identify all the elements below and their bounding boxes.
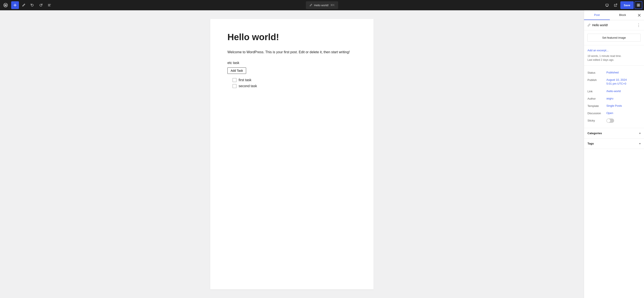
toggle-knob	[607, 119, 610, 122]
svg-text:W: W	[4, 4, 7, 7]
post-meta-section: Status Published Publish August 10, 2024…	[584, 65, 644, 128]
topbar: W Hello world! ⌘K Save	[0, 0, 644, 10]
svg-rect-6	[639, 5, 640, 6]
save-button[interactable]: Save	[620, 1, 634, 9]
tags-section: Tags ▾	[584, 138, 644, 149]
tags-arrow-icon: ▾	[639, 142, 640, 145]
task-item-2: second task	[232, 84, 356, 88]
sticky-label: Sticky	[588, 118, 605, 122]
tab-post[interactable]: Post	[584, 10, 610, 20]
edit-tool-button[interactable]	[20, 1, 28, 9]
word-count-text: 19 words, 1 minute read time. Last edite…	[588, 54, 640, 62]
svg-rect-5	[637, 5, 638, 6]
sidebar-header-title: Hello world!	[592, 23, 635, 27]
add-task-button[interactable]: Add Task	[228, 67, 246, 74]
link-row: Link /hello-world	[588, 88, 640, 95]
sticky-toggle[interactable]	[606, 118, 614, 123]
sticky-toggle-container	[606, 118, 614, 123]
add-excerpt-link[interactable]: Add an excerpt...	[588, 49, 640, 52]
categories-arrow-icon: ▾	[639, 132, 640, 135]
task-label-2: second task	[238, 84, 257, 88]
link-value[interactable]: /hello-world	[606, 89, 640, 93]
add-block-button[interactable]	[11, 1, 19, 9]
tags-title: Tags	[588, 142, 594, 145]
status-label: Status	[588, 71, 605, 74]
task-label-1: first task	[238, 78, 252, 82]
template-value[interactable]: Single Posts	[606, 104, 640, 108]
set-featured-image-button[interactable]: Set featured image	[588, 34, 640, 42]
topbar-center: Hello world! ⌘K	[306, 1, 338, 9]
publish-value[interactable]: August 10, 2024 5:01 pm UTC+0	[606, 78, 640, 86]
topbar-shortcut: ⌘K	[330, 4, 335, 7]
categories-title: Categories	[588, 132, 602, 135]
featured-image-section: Set featured image	[584, 30, 644, 45]
sidebar: Post Block Hello world! ⋮ Set featured i…	[584, 10, 644, 298]
document-overview-button[interactable]	[46, 1, 53, 9]
undo-button[interactable]	[28, 1, 36, 9]
sticky-row: Sticky	[588, 117, 640, 125]
author-label: Author	[588, 97, 605, 100]
sidebar-pen-icon	[588, 24, 590, 27]
word-count-line1: 19 words, 1 minute read time.	[588, 54, 622, 57]
last-edited: Last edited 2 days ago.	[588, 58, 614, 61]
svg-rect-3	[637, 4, 638, 5]
link-label: Link	[588, 89, 605, 93]
preview-button[interactable]	[603, 1, 611, 9]
discussion-value[interactable]: Open	[606, 111, 640, 115]
template-label: Template	[588, 104, 605, 108]
author-value[interactable]: asgru	[606, 97, 640, 100]
editor-area: Hello world! Welcome to WordPress. This …	[0, 10, 584, 298]
task-checkbox-2[interactable]	[232, 84, 236, 88]
discussion-row: Discussion Open	[588, 109, 640, 117]
sidebar-close-button[interactable]	[636, 11, 643, 19]
settings-button[interactable]	[634, 1, 642, 9]
post-title[interactable]: Hello world!	[228, 32, 356, 42]
redo-button[interactable]	[37, 1, 45, 9]
categories-section: Categories ▾	[584, 128, 644, 138]
excerpt-section: Add an excerpt... 19 words, 1 minute rea…	[584, 45, 644, 65]
post-title-button[interactable]: Hello world! ⌘K	[306, 1, 338, 9]
status-row: Status Published	[588, 69, 640, 76]
sidebar-post-header: Hello world! ⋮	[584, 20, 644, 30]
template-row: Template Single Posts	[588, 102, 640, 109]
tab-block[interactable]: Block	[610, 10, 636, 20]
categories-header-button[interactable]: Categories ▾	[584, 128, 644, 138]
view-post-button[interactable]	[612, 1, 620, 9]
author-row: Author asgru	[588, 95, 640, 102]
task-item-1: first task	[232, 78, 356, 82]
svg-rect-4	[639, 4, 640, 5]
wp-logo: W	[2, 1, 10, 9]
main-layout: Hello world! Welcome to WordPress. This …	[0, 10, 644, 298]
sidebar-tabs-row: Post Block	[584, 10, 644, 20]
svg-rect-2	[606, 4, 608, 6]
tags-header-button[interactable]: Tags ▾	[584, 138, 644, 149]
task-list: first task second task	[228, 78, 356, 88]
discussion-label: Discussion	[588, 111, 605, 115]
post-body[interactable]: Welcome to WordPress. This is your first…	[228, 49, 356, 55]
publish-row: Publish August 10, 2024 5:01 pm UTC+0	[588, 76, 640, 87]
topbar-right: Save	[603, 1, 642, 9]
task-label[interactable]: etc task	[228, 61, 356, 65]
publish-label: Publish	[588, 78, 605, 82]
sidebar-more-button[interactable]: ⋮	[637, 23, 640, 27]
topbar-post-title: Hello world!	[314, 4, 329, 7]
task-checkbox-1[interactable]	[232, 78, 236, 82]
editor-content: Hello world! Welcome to WordPress. This …	[210, 19, 374, 290]
status-value[interactable]: Published	[606, 71, 640, 74]
